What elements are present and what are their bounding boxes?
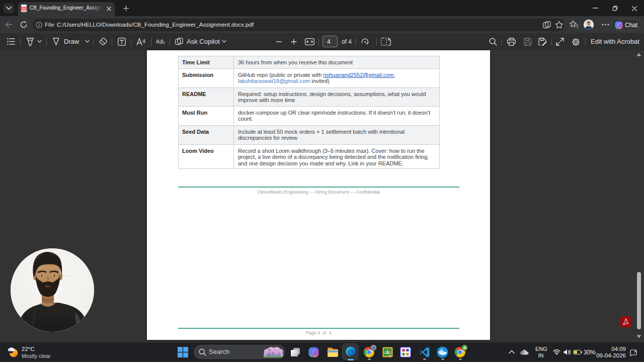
svg-text:PDF: PDF [22,7,26,10]
